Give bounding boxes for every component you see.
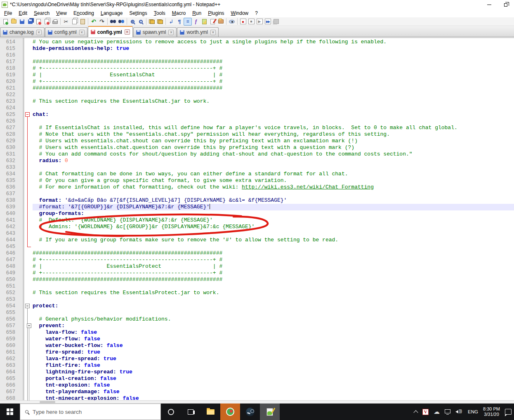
- tab-close-icon[interactable]: ×: [210, 30, 216, 35]
- line-number[interactable]: 631: [0, 151, 23, 158]
- open-file-button[interactable]: [9, 18, 18, 26]
- line-number[interactable]: 638: [0, 197, 23, 204]
- line-number[interactable]: 647: [0, 257, 23, 263]
- network-button[interactable]: [442, 403, 453, 420]
- tab-close-icon[interactable]: ×: [36, 30, 42, 35]
- code-line-622[interactable]: [33, 92, 514, 98]
- code-line-649[interactable]: # +-------------------------------------…: [33, 270, 514, 276]
- line-number[interactable]: 622: [0, 92, 23, 98]
- function-list-button[interactable]: ƒ: [192, 18, 200, 26]
- code-line-626[interactable]: [33, 118, 514, 125]
- macro-run-multiple-button[interactable]: ▶▶: [264, 18, 272, 26]
- macro-save-button[interactable]: [272, 18, 280, 26]
- line-number[interactable]: 630: [0, 144, 23, 151]
- line-number[interactable]: 663: [0, 362, 23, 369]
- garena-button[interactable]: [220, 403, 240, 420]
- document-map-button[interactable]: [200, 18, 208, 26]
- line-number[interactable]: 658: [0, 329, 23, 336]
- code-line-630[interactable]: # Users with essentials.chat.question ca…: [33, 144, 514, 151]
- horizontal-scrollbar[interactable]: [0, 400, 514, 403]
- language-indicator[interactable]: ENG: [465, 403, 481, 420]
- line-number[interactable]: 644: [0, 237, 23, 243]
- line-number[interactable]: 624: [0, 105, 23, 111]
- tab-config-yml-2[interactable]: config.yml×: [88, 26, 133, 37]
- code-line-646[interactable]: ########################################…: [33, 250, 514, 257]
- code-line-651[interactable]: [33, 283, 514, 290]
- replace-button[interactable]: [117, 18, 125, 26]
- line-number[interactable]: 615: [0, 45, 23, 52]
- monitoring-button[interactable]: [228, 18, 236, 26]
- macro-stop-button[interactable]: ■: [247, 18, 255, 26]
- code-line-640[interactable]: group-formats:: [33, 210, 514, 217]
- menu-item-?[interactable]: ?: [252, 9, 261, 17]
- code-line-635[interactable]: # Or you can give a group specific chat …: [33, 177, 514, 184]
- line-number[interactable]: 639: [0, 204, 23, 210]
- macro-play-button[interactable]: ▶: [255, 18, 264, 26]
- code-line-643[interactable]: [33, 230, 514, 237]
- line-number[interactable]: 625: [0, 111, 23, 118]
- code-line-653[interactable]: [33, 296, 514, 303]
- menu-item-search[interactable]: Search: [31, 9, 53, 17]
- menu-item-language[interactable]: Language: [97, 9, 126, 17]
- code-line-629[interactable]: # Users with essentials.chat.shout can o…: [33, 138, 514, 144]
- code-line-663[interactable]: flint-fire: false: [33, 362, 514, 369]
- paste-button[interactable]: [78, 18, 87, 26]
- code-line-644[interactable]: # If you are using group formats make su…: [33, 237, 514, 243]
- line-number[interactable]: 660: [0, 342, 23, 349]
- line-number[interactable]: 662: [0, 356, 23, 362]
- line-number[interactable]: 652: [0, 290, 23, 296]
- code-line-667[interactable]: tnt-playerdamage: false: [33, 389, 514, 395]
- line-number[interactable]: 648: [0, 263, 23, 270]
- redo-button[interactable]: ↷: [98, 18, 106, 26]
- code-line-656[interactable]: # General physics/behavior modifications…: [33, 316, 514, 323]
- line-number[interactable]: 634: [0, 171, 23, 177]
- code-line-666[interactable]: tnt-explosion: false: [33, 382, 514, 389]
- code-line-664[interactable]: lightning-fire-spread: true: [33, 369, 514, 375]
- code-line-615[interactable]: hide-permissionless-help: true: [33, 45, 514, 52]
- show-all-characters-button[interactable]: ¶: [175, 18, 184, 26]
- fold-collapse-box[interactable]: [25, 112, 30, 117]
- save-all-button[interactable]: [26, 18, 34, 26]
- code-line-616[interactable]: [33, 52, 514, 59]
- tab-close-icon[interactable]: ×: [79, 30, 85, 35]
- word-wrap-button[interactable]: ↲: [167, 18, 175, 26]
- onedrive-button[interactable]: ☁: [431, 403, 442, 420]
- code-line-657[interactable]: prevent:: [33, 323, 514, 329]
- clock[interactable]: 8:30 PM 3/31/20: [481, 403, 502, 420]
- file-explorer-button[interactable]: [200, 403, 220, 420]
- code-line-623[interactable]: # This section requires the EssentialsCh…: [33, 98, 514, 105]
- menu-item-file[interactable]: File: [1, 9, 15, 17]
- code-line-618[interactable]: # +-------------------------------------…: [33, 65, 514, 72]
- line-number[interactable]: 635: [0, 177, 23, 184]
- tab-worth-yml-4[interactable]: worth.yml×: [177, 27, 218, 37]
- tab-close-icon[interactable]: ×: [125, 29, 130, 35]
- menu-item-settings[interactable]: Settings: [126, 9, 150, 17]
- code-line-625[interactable]: chat:: [33, 111, 514, 118]
- menu-item-view[interactable]: View: [53, 9, 70, 17]
- volume-button[interactable]: [453, 403, 465, 420]
- folder-as-workspace-button[interactable]: [217, 18, 225, 26]
- line-number[interactable]: 656: [0, 316, 23, 323]
- line-number[interactable]: 654: [0, 303, 23, 309]
- line-number[interactable]: 614: [0, 39, 23, 45]
- line-number[interactable]: 653: [0, 296, 23, 303]
- code-line-665[interactable]: portal-creation: false: [33, 375, 514, 382]
- tab-change-log-0[interactable]: change.log×: [0, 27, 45, 37]
- code-line-636[interactable]: # For more information of chat formattin…: [33, 184, 514, 191]
- code-line-639[interactable]: #format: '&7[{GROUP}]&r {DISPLAYNAME}&7:…: [33, 204, 514, 210]
- line-number[interactable]: 642: [0, 224, 23, 230]
- close-file-button[interactable]: [34, 18, 42, 26]
- horizontal-scrollbar-thumb[interactable]: [40, 401, 55, 403]
- menu-item-plugins[interactable]: Plugins: [205, 9, 227, 17]
- code-line-628[interactable]: # Note that users with the "essentials.c…: [33, 131, 514, 138]
- cut-button[interactable]: ✂: [62, 18, 70, 26]
- line-number[interactable]: 632: [0, 158, 23, 164]
- save-file-button[interactable]: [18, 18, 26, 26]
- menu-item-edit[interactable]: Edit: [15, 9, 31, 17]
- line-number[interactable]: 664: [0, 369, 23, 375]
- fold-collapse-box[interactable]: [25, 304, 30, 308]
- code-line-662[interactable]: lava-fire-spread: true: [33, 356, 514, 362]
- fold-margin[interactable]: [24, 38, 33, 400]
- code-line-659[interactable]: water-flow: false: [33, 336, 514, 342]
- line-number[interactable]: 617: [0, 59, 23, 65]
